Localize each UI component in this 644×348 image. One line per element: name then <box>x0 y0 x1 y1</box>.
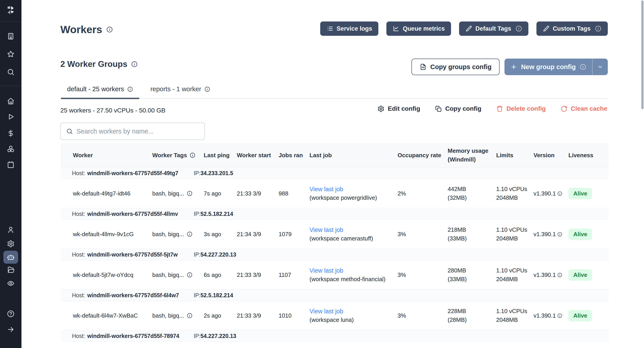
liveness: Alive <box>568 269 608 281</box>
last-ping: 2s ago <box>204 312 237 319</box>
sidebar-expand-button[interactable] <box>0 326 22 333</box>
info-icon[interactable] <box>595 25 602 32</box>
sidebar-item-favorites[interactable] <box>0 50 22 58</box>
sidebar-item-workers-active[interactable] <box>3 251 18 264</box>
last-job-workspace: (workspace method-financial) <box>310 275 395 284</box>
view-last-job-link[interactable]: View last job <box>310 226 343 233</box>
info-icon[interactable] <box>557 313 562 318</box>
info-icon[interactable] <box>557 272 562 278</box>
info-icon[interactable] <box>580 64 586 70</box>
info-icon[interactable] <box>204 86 210 92</box>
liveness: Alive <box>568 188 608 199</box>
worker-row: wk-default-49tg7-idt46 bash, bigq... 7s … <box>61 179 608 208</box>
last-job-workspace: (workspace camerastuff) <box>310 234 395 243</box>
col-limits: Limits <box>496 152 534 159</box>
clean-cache-label: Clean cache <box>571 105 607 112</box>
table-header-row: Worker Worker Tags Last ping Worker star… <box>61 143 608 167</box>
windmill-logo[interactable] <box>0 5 22 16</box>
copy-groups-config-button[interactable]: Copy groups config <box>412 58 500 75</box>
robot-icon <box>7 253 15 261</box>
sidebar <box>0 0 22 348</box>
search-icon <box>66 128 73 135</box>
default-tags-button[interactable]: Default Tags <box>459 22 528 36</box>
worker-name: wk-default-49tg7-idt46 <box>61 190 152 197</box>
delete-config-label: Delete config <box>506 105 546 112</box>
host-row: Host: windmill-workers-67757d55f-49tg7 I… <box>61 167 608 179</box>
sidebar-item-search[interactable] <box>0 68 22 76</box>
info-icon[interactable] <box>190 152 196 158</box>
sidebar-item-workspace[interactable] <box>0 32 22 40</box>
sidebar-item-home[interactable] <box>0 97 22 105</box>
new-group-config-button[interactable]: New group config <box>504 58 608 75</box>
version: v1.390.1 <box>534 190 568 197</box>
info-icon[interactable] <box>187 231 192 237</box>
info-icon[interactable] <box>106 26 113 33</box>
group-summary: 25 workers - 27.50 vCPUs - 50.00 GB <box>60 107 166 114</box>
view-last-job-link[interactable]: View last job <box>310 267 343 274</box>
workers-table: Worker Worker Tags Last ping Worker star… <box>61 143 608 342</box>
limits: 1.10 vCPUs 2048MB <box>496 226 534 243</box>
tab-default[interactable]: default - 25 workers <box>61 83 139 98</box>
custom-tags-label: Custom Tags <box>553 25 590 32</box>
info-icon[interactable] <box>557 232 562 237</box>
col-version: Version <box>534 152 568 159</box>
occupancy-rate: 3% <box>398 312 448 319</box>
queue-metrics-button[interactable]: Queue metrics <box>386 22 451 36</box>
occupancy-rate: 3% <box>398 272 448 278</box>
last-job: View last job (workspace camerastuff) <box>310 226 398 243</box>
view-last-job-link[interactable]: View last job <box>310 308 343 315</box>
group-config-buttons: Copy groups config New group config <box>412 58 608 75</box>
info-icon[interactable] <box>187 313 192 318</box>
view-last-job-link[interactable]: View last job <box>310 186 343 192</box>
sidebar-item-folders[interactable] <box>0 266 22 274</box>
memory-usage: 442MB (32MB) <box>448 185 496 202</box>
tab-reports[interactable]: reports - 1 worker <box>144 83 216 98</box>
vertical-scrollbar[interactable] <box>641 0 644 109</box>
worker-start: 21:34 3/9 <box>237 231 278 238</box>
sidebar-item-settings[interactable] <box>0 240 22 248</box>
edit-config-button[interactable]: Edit config <box>378 105 420 112</box>
occupancy-rate: 2% <box>398 190 448 197</box>
copy-groups-config-label: Copy groups config <box>430 63 492 71</box>
search-workers-input[interactable] <box>76 128 199 135</box>
rotate-icon <box>560 105 568 112</box>
sidebar-item-variables[interactable] <box>0 130 22 137</box>
service-logs-button[interactable]: Service logs <box>320 22 378 36</box>
chevron-down-icon <box>597 64 603 70</box>
col-liveness: Liveness <box>568 152 608 159</box>
worker-row: wk-default-6l4w7-XwBaC bash, bigq... 2s … <box>61 301 608 330</box>
jobs-ran: 1079 <box>278 231 310 238</box>
info-icon[interactable] <box>131 61 138 68</box>
trash-icon <box>496 105 503 112</box>
col-last-job: Last job <box>310 152 398 159</box>
delete-config-button[interactable]: Delete config <box>496 105 546 112</box>
info-icon[interactable] <box>187 190 192 196</box>
copy-config-label: Copy config <box>445 105 482 112</box>
sidebar-item-help[interactable] <box>0 310 22 318</box>
sidebar-divider <box>0 22 22 22</box>
custom-tags-button[interactable]: Custom Tags <box>536 22 608 36</box>
sidebar-item-resources[interactable] <box>0 145 22 153</box>
info-icon[interactable] <box>187 272 192 278</box>
sidebar-item-users[interactable] <box>0 226 22 234</box>
worker-groups-title-text: 2 Worker Groups <box>60 60 128 69</box>
info-icon[interactable] <box>557 191 562 196</box>
col-worker-tags: Worker Tags <box>152 152 204 159</box>
sidebar-item-runs[interactable] <box>0 113 22 120</box>
host-ip: 34.233.201.5 <box>200 170 233 176</box>
info-icon[interactable] <box>127 86 133 92</box>
pencil-icon <box>543 25 550 32</box>
liveness: Alive <box>568 228 608 240</box>
worker-name: wk-default-4llmv-9v1cG <box>61 231 152 238</box>
info-icon[interactable] <box>516 25 522 32</box>
jobs-ran: 1107 <box>278 272 310 278</box>
copy-config-button[interactable]: Copy config <box>435 105 482 112</box>
sidebar-item-audit-logs[interactable] <box>0 280 22 287</box>
liveness: Alive <box>568 310 608 322</box>
clean-cache-button[interactable]: Clean cache <box>560 105 607 112</box>
alive-badge: Alive <box>568 228 592 240</box>
new-group-config-dropdown[interactable] <box>592 58 608 75</box>
sidebar-item-schedules[interactable] <box>0 161 22 168</box>
sidebar-divider <box>0 86 22 86</box>
col-occupancy: Occupancy rate <box>398 152 448 159</box>
